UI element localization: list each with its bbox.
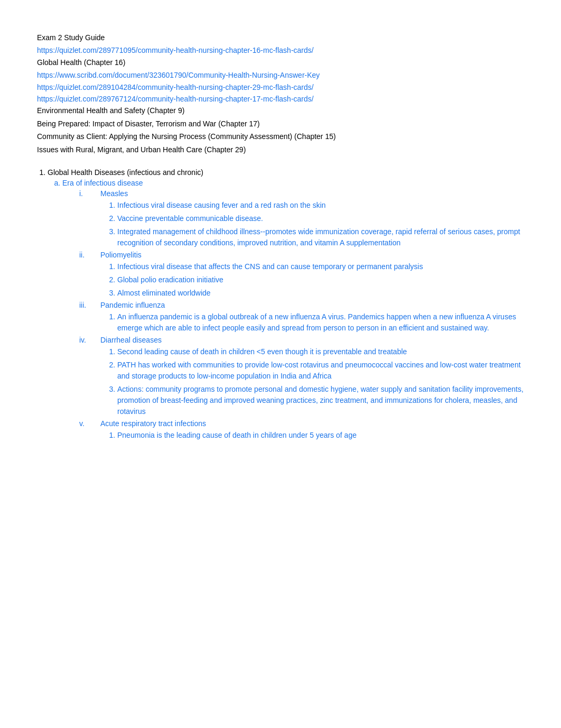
outline-item-1-label: Global Health Diseases (infectious and c…: [48, 168, 203, 177]
exam-title: Exam 2 Study Guide: [37, 32, 524, 43]
respiratory-label: Acute respiratory tract infections: [100, 419, 206, 428]
diarrheal-subitems: Second leading cause of death in childre…: [117, 346, 524, 417]
pandemic-label: Pandemic influenza: [100, 301, 165, 309]
roman-i: i.: [79, 189, 100, 198]
main-outline: Global Health Diseases (infectious and c…: [48, 168, 524, 441]
measles-point-1: Infectious viral disease causing fever a…: [117, 200, 524, 211]
measles-label: Measles: [100, 189, 128, 198]
polio-point-3: Almost eliminated worldwide: [117, 288, 524, 299]
respiratory-item: v. Acute respiratory tract infections: [79, 419, 524, 428]
level-a-list: Era of infectious disease i. Measles Inf…: [62, 179, 524, 441]
outline-item-1: Global Health Diseases (infectious and c…: [48, 168, 524, 441]
measles-point-2: Vaccine preventable communicable disease…: [117, 213, 524, 224]
diarrheal-item: iv. Diarrheal diseases: [79, 336, 524, 344]
pandemic-subitems: An influenza pandemic is a global outbre…: [117, 311, 524, 334]
polio-point-2: Global polio eradication initiative: [117, 274, 524, 285]
roman-v: v.: [79, 419, 100, 428]
header-section: Exam 2 Study Guide https://quizlet.com/2…: [37, 32, 524, 155]
era-label: Era of infectious disease: [62, 179, 143, 187]
roman-iii: iii.: [79, 301, 100, 309]
polio-item: ii. Poliomyelitis: [79, 251, 524, 259]
env-health-label: Environmental Health and Safety (Chapter…: [37, 105, 524, 116]
link-scribd[interactable]: https://www.scribd.com/document/32360179…: [37, 71, 320, 79]
era-infectious-disease: Era of infectious disease i. Measles Inf…: [62, 179, 524, 441]
global-health-label: Global Health (Chapter 16): [37, 57, 524, 68]
community-client-label: Community as Client: Applying the Nursin…: [37, 131, 524, 142]
diarrheal-point-2: PATH has worked with communities to prov…: [117, 360, 524, 382]
roman-list: i. Measles Infectious viral disease caus…: [79, 189, 524, 441]
measles-point-3: Integrated management of childhood illne…: [117, 226, 524, 248]
link-ch17[interactable]: https://quizlet.com/289767124/community-…: [37, 95, 314, 103]
roman-iv: iv.: [79, 336, 100, 344]
pandemic-point-1: An influenza pandemic is a global outbre…: [117, 311, 524, 334]
rural-migrant-label: Issues with Rural, Migrant, and Urban He…: [37, 144, 524, 155]
disaster-label: Being Prepared: Impact of Disaster, Terr…: [37, 118, 524, 130]
roman-ii: ii.: [79, 251, 100, 259]
measles-item: i. Measles: [79, 189, 524, 198]
pandemic-item: iii. Pandemic influenza: [79, 301, 524, 309]
diarrheal-point-3: Actions: community programs to promote p…: [117, 384, 524, 417]
diarrheal-label: Diarrheal diseases: [100, 336, 162, 344]
respiratory-subitems: Pneumonia is the leading cause of death …: [117, 430, 524, 441]
diarrheal-point-1: Second leading cause of death in childre…: [117, 346, 524, 357]
respiratory-point-1: Pneumonia is the leading cause of death …: [117, 430, 524, 441]
link-ch29[interactable]: https://quizlet.com/289104284/community-…: [37, 83, 314, 91]
measles-subitems: Infectious viral disease causing fever a…: [117, 200, 524, 248]
polio-subitems: Infectious viral disease that affects th…: [117, 261, 524, 299]
link-ch16[interactable]: https://quizlet.com/289771095/community-…: [37, 46, 314, 54]
polio-point-1: Infectious viral disease that affects th…: [117, 261, 524, 272]
polio-label: Poliomyelitis: [100, 251, 142, 259]
